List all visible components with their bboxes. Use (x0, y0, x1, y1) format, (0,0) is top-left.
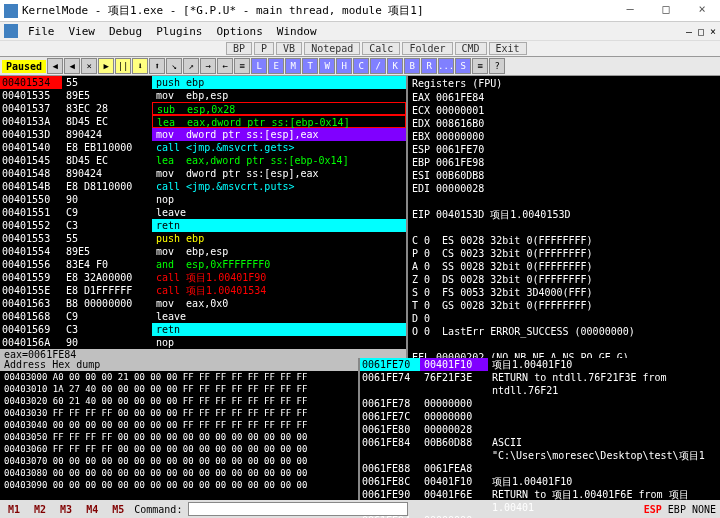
register-line[interactable] (408, 195, 720, 208)
close-button[interactable]: × (688, 2, 716, 20)
toolbar-btn-4[interactable]: || (115, 58, 131, 74)
toolbar-btn-7[interactable]: ↘ (166, 58, 182, 74)
toolbar-btn-17[interactable]: H (336, 58, 352, 74)
toolbar-btn-12[interactable]: L (251, 58, 267, 74)
disasm-row[interactable]: 0040154BE8 D8110000call <jmp.&msvcrt.put… (0, 180, 406, 193)
disasm-row[interactable]: 00401559E8 32A00000call 项目1.00401F90 (0, 271, 406, 284)
register-line[interactable]: EAX 0061FE84 (408, 91, 720, 104)
stack-row[interactable]: 0061FE9400000000 (360, 514, 720, 518)
register-line[interactable]: EDI 00000028 (408, 182, 720, 195)
hex-row[interactable]: 00403060 FF FF FF FF 00 00 00 00 00 00 0… (0, 443, 358, 455)
maximize-button[interactable]: □ (652, 2, 680, 20)
register-line[interactable]: D 0 (408, 312, 720, 325)
toolbar-btn-10[interactable]: ← (217, 58, 233, 74)
tab-bp[interactable]: BP (226, 42, 252, 55)
register-line[interactable]: Z 0 DS 0028 32bit 0(FFFFFFFF) (408, 273, 720, 286)
toolbar-btn-14[interactable]: M (285, 58, 301, 74)
tab-calc[interactable]: Calc (362, 42, 400, 55)
register-line[interactable]: O 0 LastErr ERROR_SUCCESS (00000000) (408, 325, 720, 338)
stack-row[interactable]: 0061FE8C00401F10项目1.00401F10 (360, 475, 720, 488)
disasm-row[interactable]: 00401569C3retn (0, 323, 406, 336)
hex-row[interactable]: 00403000 A0 00 00 00 21 00 00 00 FF FF F… (0, 371, 358, 383)
toolbar-btn-15[interactable]: T (302, 58, 318, 74)
footer-m5[interactable]: M5 (108, 504, 128, 515)
toolbar-btn-0[interactable]: ◀ (47, 58, 63, 74)
disasm-row[interactable]: 0040153455push ebp (0, 76, 406, 89)
tab-folder[interactable]: Folder (402, 42, 452, 55)
stack-row[interactable]: 0061FE8000000028 (360, 423, 720, 436)
stack-row[interactable]: 0061FE880061FEA8 (360, 462, 720, 475)
stack-row[interactable]: 0061FE7800000000 (360, 397, 720, 410)
toolbar-btn-13[interactable]: E (268, 58, 284, 74)
menu-window[interactable]: Window (271, 25, 323, 38)
disasm-row[interactable]: 0040155489E5mov ebp,esp (0, 245, 406, 258)
hex-row[interactable]: 00403080 00 00 00 00 00 00 00 00 00 00 0… (0, 467, 358, 479)
disasm-row[interactable]: 00401548890424mov dword ptr ss:[esp],eax (0, 167, 406, 180)
register-line[interactable]: ECX 00000001 (408, 104, 720, 117)
footer-m2[interactable]: M2 (30, 504, 50, 515)
disasm-row[interactable]: 0040156A90nop (0, 336, 406, 349)
disasm-row[interactable]: 0040155683E4 F0and esp,0xFFFFFFF0 (0, 258, 406, 271)
toolbar-btn-2[interactable]: × (81, 58, 97, 74)
disasm-row[interactable]: 0040153589E5mov ebp,esp (0, 89, 406, 102)
toolbar-btn-8[interactable]: ↗ (183, 58, 199, 74)
disasm-row[interactable]: 0040155355push ebp (0, 232, 406, 245)
register-line[interactable]: EIP 0040153D 项目1.0040153D (408, 208, 720, 221)
stack-row[interactable]: 0061FE7C00000000 (360, 410, 720, 423)
child-min-icon[interactable]: — (686, 26, 692, 37)
disasm-row[interactable]: 004015458D45 EClea eax,dword ptr ss:[ebp… (0, 154, 406, 167)
menu-options[interactable]: Options (210, 25, 268, 38)
register-line[interactable]: T 0 GS 0028 32bit 0(FFFFFFFF) (408, 299, 720, 312)
menu-icon[interactable] (4, 24, 18, 38)
child-max-icon[interactable]: □ (698, 26, 704, 37)
hex-dump-pane[interactable]: Address Hex dump 00403000 A0 00 00 00 21… (0, 358, 360, 500)
toolbar-btn-24[interactable]: S (455, 58, 471, 74)
stack-row[interactable]: 0061FE7476F21F3ERETURN to ntdll.76F21F3E… (360, 371, 720, 397)
child-close-icon[interactable]: × (710, 26, 716, 37)
tab-notepad[interactable]: Notepad (304, 42, 360, 55)
footer-esp[interactable]: ESP (644, 504, 662, 515)
footer-m4[interactable]: M4 (82, 504, 102, 515)
minimize-button[interactable]: — (616, 2, 644, 20)
hex-row[interactable]: 00403040 00 00 00 00 00 00 00 00 FF FF F… (0, 419, 358, 431)
register-line[interactable]: EBX 00000000 (408, 130, 720, 143)
toolbar-btn-3[interactable]: ▶ (98, 58, 114, 74)
register-line[interactable]: EBP 0061FE98 (408, 156, 720, 169)
register-line[interactable]: S 0 FS 0053 32bit 3D4000(FFF) (408, 286, 720, 299)
stack-row[interactable]: 0061FE7000401F10项目1.00401F10 (360, 358, 720, 371)
toolbar-btn-1[interactable]: ◀ (64, 58, 80, 74)
tab-cmd[interactable]: CMD (455, 42, 487, 55)
toolbar-btn-26[interactable]: ? (489, 58, 505, 74)
stack-pane[interactable]: 0061FE7000401F10项目1.00401F100061FE7476F2… (360, 358, 720, 500)
command-input[interactable] (188, 502, 408, 516)
hex-row[interactable]: 00403090 00 00 00 00 00 00 00 00 00 00 0… (0, 479, 358, 491)
disasm-row[interactable]: 00401552C3retn (0, 219, 406, 232)
toolbar-btn-21[interactable]: B (404, 58, 420, 74)
disassembly-pane[interactable]: 0040153455push ebp0040153589E5mov ebp,es… (0, 76, 408, 358)
register-line[interactable]: ESP 0061FE70 (408, 143, 720, 156)
register-line[interactable]: A 0 SS 0028 32bit 0(FFFFFFFF) (408, 260, 720, 273)
register-line[interactable]: C 0 ES 0028 32bit 0(FFFFFFFF) (408, 234, 720, 247)
hex-row[interactable]: 00403030 FF FF FF FF 00 00 00 00 FF FF F… (0, 407, 358, 419)
footer-ebp[interactable]: EBP (668, 504, 686, 515)
hex-row[interactable]: 00403050 FF FF FF FF 00 00 00 00 00 00 0… (0, 431, 358, 443)
toolbar-btn-22[interactable]: R (421, 58, 437, 74)
tab-p[interactable]: P (254, 42, 274, 55)
menu-plugins[interactable]: Plugins (150, 25, 208, 38)
register-line[interactable]: EDX 008616B0 (408, 117, 720, 130)
register-line[interactable]: EFL 00000202 (NO,NB,NE,A,NS,PO,GE,G) (408, 351, 720, 358)
disasm-row[interactable]: 00401551C9leave (0, 206, 406, 219)
registers-pane[interactable]: Registers (FPU) EAX 0061FE84ECX 00000001… (408, 76, 720, 358)
register-line[interactable] (408, 221, 720, 234)
toolbar-btn-18[interactable]: C (353, 58, 369, 74)
disasm-row[interactable]: 00401540E8 EB110000call <jmp.&msvcrt.get… (0, 141, 406, 154)
toolbar-btn-23[interactable]: ... (438, 58, 454, 74)
footer-m1[interactable]: M1 (4, 504, 24, 515)
toolbar-btn-9[interactable]: → (200, 58, 216, 74)
disasm-row[interactable]: 0040153783EC 28sub esp,0x28 (0, 102, 406, 115)
toolbar-btn-11[interactable]: ≡ (234, 58, 250, 74)
toolbar-btn-16[interactable]: W (319, 58, 335, 74)
hex-row[interactable]: 00403010 1A 27 40 00 00 00 00 00 FF FF F… (0, 383, 358, 395)
disasm-row[interactable]: 0040153A8D45 EClea eax,dword ptr ss:[ebp… (0, 115, 406, 128)
disasm-row[interactable]: 0040155EE8 D1FFFFFFcall 项目1.00401534 (0, 284, 406, 297)
